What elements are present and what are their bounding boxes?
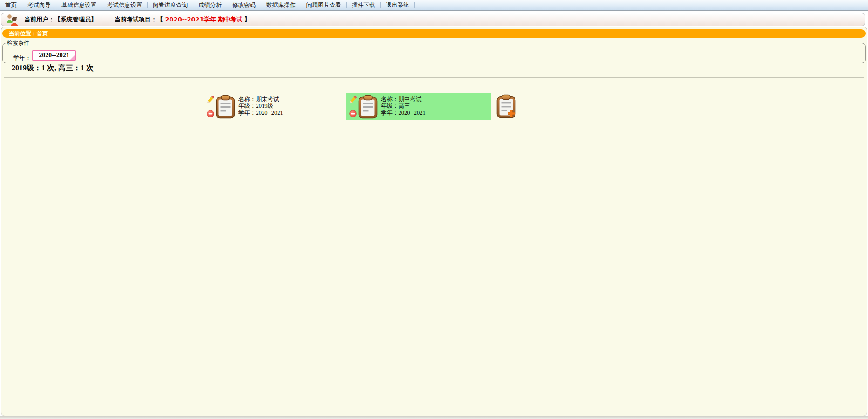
exam-card-selected: 名称：期中考试 年级：高三 学年：2020--2021 [346, 93, 491, 120]
menu-bar: 首页考试向导基础信息设置考试信息设置阅卷进度查询成绩分析修改密码数据库操作问题图… [0, 0, 868, 11]
exam-name: 名称：期末考试 [238, 96, 283, 103]
delete-minus-icon[interactable] [207, 110, 214, 117]
screen: 首页考试向导基础信息设置考试信息设置阅卷进度查询成绩分析修改密码数据库操作问题图… [0, 0, 868, 419]
current-user-label: 当前用户：【系统管理员】 [24, 15, 97, 24]
breadcrumb: 当前位置：首页 [2, 29, 866, 38]
menu-item-9[interactable]: 问题图片查看 [301, 2, 347, 8]
menu-item-4[interactable]: 考试信息设置 [102, 2, 148, 8]
menu-item-7[interactable]: 修改密码 [227, 2, 261, 8]
divider [4, 77, 864, 78]
current-project-prefix: 当前考试项目：【 [115, 15, 165, 24]
add-exam-button[interactable] [496, 93, 516, 120]
current-project-value: 2020--2021学年 期中考试 [165, 15, 243, 24]
main-panel: 当前位置：首页 检索条件 学年： 2020--2021 2019级：1 次, 高… [1, 27, 867, 416]
clipboard-plus-icon[interactable] [496, 94, 516, 118]
exam-card-text: 名称：期末考试 年级：2019级 学年：2020--2021 [238, 93, 283, 120]
exam-year: 学年：2020--2021 [381, 110, 426, 116]
exam-name: 名称：期中考试 [381, 96, 426, 103]
exam-grade: 年级：2019级 [238, 103, 283, 109]
menu-item-2[interactable]: 考试向导 [22, 2, 56, 8]
exam-card-text: 名称：期中考试 年级：高三 学年：2020--2021 [381, 93, 426, 120]
menu-item-1[interactable]: 首页 [0, 2, 22, 8]
year-label: 学年： [13, 54, 31, 62]
edit-pencil-icon[interactable] [204, 94, 217, 106]
users-icon [6, 14, 19, 26]
exam-count-summary: 2019级：1 次, 高三：1 次 [12, 63, 94, 73]
menu-item-8[interactable]: 数据库操作 [261, 2, 301, 8]
exam-card: 名称：期末考试 年级：2019级 学年：2020--2021 [204, 93, 346, 120]
year-select-value: 2020--2021 [39, 52, 69, 59]
search-criteria-fieldset: 检索条件 学年： 2020--2021 [2, 39, 866, 63]
exam-grade: 年级：高三 [381, 103, 426, 109]
delete-minus-icon[interactable] [349, 110, 357, 117]
exam-year: 学年：2020--2021 [238, 110, 283, 116]
clipboard-icon[interactable] [358, 95, 378, 119]
exam-cards-row: 名称：期末考试 年级：2019级 学年：2020--2021 [204, 93, 516, 120]
menu-item-5[interactable]: 阅卷进度查询 [148, 2, 193, 8]
search-criteria-legend: 检索条件 [6, 39, 31, 47]
menu-item-6[interactable]: 成绩分析 [193, 2, 227, 8]
chevron-down-icon [70, 55, 75, 60]
menu-item-10[interactable]: 插件下载 [347, 2, 381, 8]
user-info-bar: 当前用户：【系统管理员】 当前考试项目：【 2020--2021学年 期中考试 … [1, 13, 865, 26]
current-project-suffix: 】 [242, 15, 251, 24]
menu-item-11[interactable]: 退出系统 [381, 2, 415, 8]
menu-item-3[interactable]: 基础信息设置 [56, 2, 102, 8]
bottom-strip [0, 416, 868, 419]
card-actions [346, 93, 357, 120]
card-actions [204, 93, 214, 120]
year-select[interactable]: 2020--2021 [32, 50, 76, 61]
clipboard-icon[interactable] [216, 95, 235, 119]
edit-pencil-icon[interactable] [346, 94, 359, 106]
